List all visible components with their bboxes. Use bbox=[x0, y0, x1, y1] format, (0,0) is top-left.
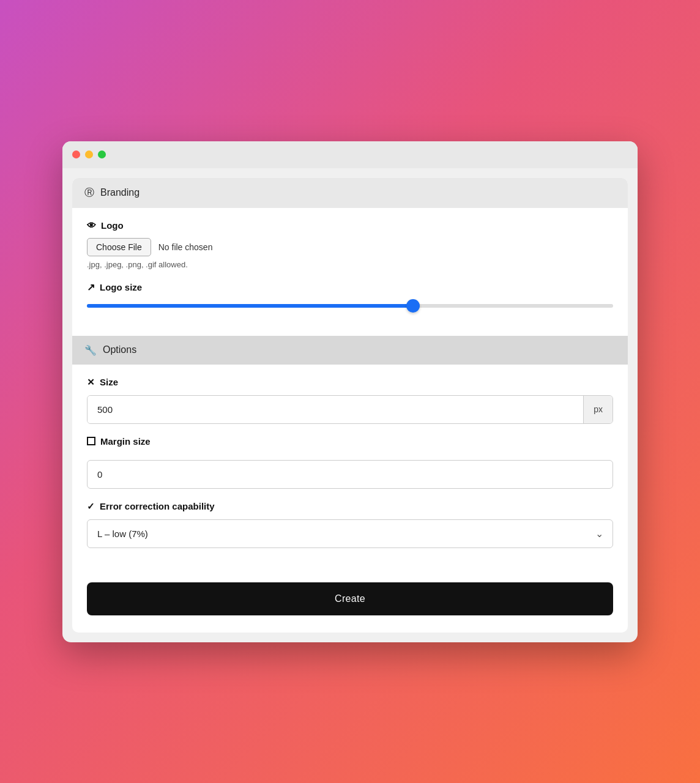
size-suffix: px bbox=[583, 396, 612, 423]
logo-size-slider-container bbox=[87, 300, 613, 311]
maximize-button[interactable] bbox=[98, 150, 106, 158]
logo-label-row: 👁 Logo bbox=[87, 220, 613, 231]
options-header: 🔧 Options bbox=[72, 336, 628, 365]
logo-label: Logo bbox=[101, 220, 124, 231]
checkmark-icon: ✓ bbox=[87, 501, 95, 512]
logo-size-section: ↗ Logo size bbox=[87, 281, 613, 311]
wrench-icon: 🔧 bbox=[84, 344, 97, 356]
titlebar bbox=[62, 141, 638, 168]
eye-icon: 👁 bbox=[87, 220, 96, 231]
app-window: Ⓡ Branding 👁 Logo Choose File No file ch… bbox=[62, 141, 638, 642]
file-hint: .jpg, .jpeg, .png, .gif allowed. bbox=[87, 260, 613, 269]
branding-title: Branding bbox=[100, 187, 140, 198]
size-icon: ✕ bbox=[87, 377, 95, 388]
size-label: Size bbox=[100, 377, 118, 387]
choose-file-button[interactable]: Choose File bbox=[87, 238, 151, 256]
branding-header: Ⓡ Branding bbox=[72, 178, 628, 208]
resize-icon: ↗ bbox=[87, 281, 95, 293]
size-input-group: px bbox=[87, 395, 613, 424]
error-select-wrapper: L – low (7%) M – medium (15%) Q – quarti… bbox=[87, 519, 613, 548]
slider-fill bbox=[87, 304, 413, 308]
branding-icon: Ⓡ bbox=[84, 187, 94, 199]
size-input[interactable] bbox=[88, 396, 583, 423]
error-correction-select[interactable]: L – low (7%) M – medium (15%) Q – quarti… bbox=[87, 519, 613, 548]
margin-label-row: Margin size bbox=[87, 436, 613, 447]
error-correction-section: ✓ Error correction capability L – low (7… bbox=[87, 501, 613, 548]
create-button[interactable]: Create bbox=[87, 582, 613, 615]
size-label-row: ✕ Size bbox=[87, 377, 613, 388]
branding-body: 👁 Logo Choose File No file chosen .jpg, … bbox=[72, 208, 628, 336]
window-content: Ⓡ Branding 👁 Logo Choose File No file ch… bbox=[72, 178, 628, 633]
margin-input[interactable] bbox=[87, 460, 613, 489]
logo-size-label-row: ↗ Logo size bbox=[87, 281, 613, 293]
slider-thumb[interactable] bbox=[406, 299, 420, 313]
logo-field-section: 👁 Logo Choose File No file chosen .jpg, … bbox=[87, 220, 613, 269]
no-file-label: No file chosen bbox=[158, 242, 213, 252]
error-label-row: ✓ Error correction capability bbox=[87, 501, 613, 512]
margin-label: Margin size bbox=[100, 436, 151, 447]
margin-field-section: Margin size bbox=[87, 436, 613, 489]
margin-icon bbox=[87, 437, 95, 445]
logo-size-label: Logo size bbox=[100, 282, 142, 292]
error-label: Error correction capability bbox=[100, 501, 215, 511]
options-title: Options bbox=[103, 344, 136, 355]
close-button[interactable] bbox=[72, 150, 80, 158]
size-field-section: ✕ Size px bbox=[87, 377, 613, 424]
minimize-button[interactable] bbox=[85, 150, 93, 158]
file-input-row: Choose File No file chosen bbox=[87, 238, 613, 256]
options-body: ✕ Size px Margin size ✓ bbox=[72, 365, 628, 573]
slider-track[interactable] bbox=[87, 304, 613, 308]
